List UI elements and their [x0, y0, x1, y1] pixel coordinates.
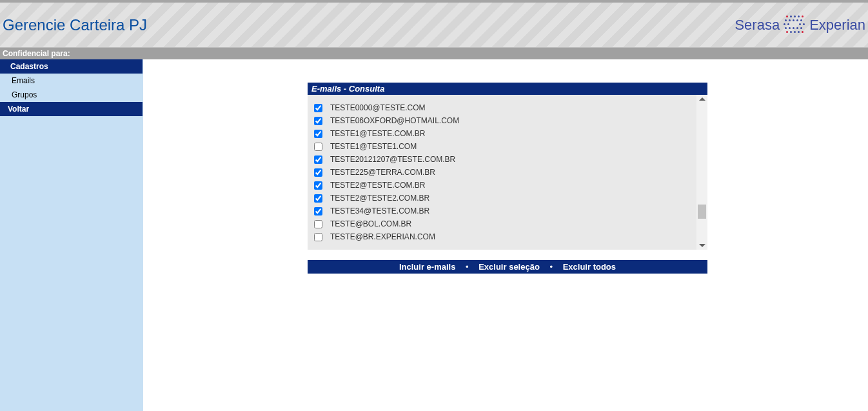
email-address: TESTE1@TESTE1.COM — [330, 142, 417, 151]
email-checkbox[interactable] — [314, 194, 322, 203]
panel-title: E-mails - Consulta — [308, 83, 707, 95]
email-checkbox[interactable] — [314, 117, 322, 125]
sidebar-item-label: Voltar — [8, 105, 29, 114]
actions-gap — [308, 250, 707, 260]
email-row: TESTE20121207@TESTE.COM.BR — [314, 153, 690, 166]
sidebar-item-label: Grupos — [12, 90, 37, 99]
email-checkbox[interactable] — [314, 143, 322, 151]
sidebar-item-grupos[interactable]: Grupos — [0, 88, 143, 102]
header-bar: Gerencie Carteira PJ Serasa — [0, 3, 868, 48]
email-address: TESTE34@TESTE.COM.BR — [330, 206, 429, 216]
email-checkbox[interactable] — [314, 155, 322, 164]
email-list: TESTE0000@TESTE.COMTESTE06OXFORD@HOTMAIL… — [308, 95, 696, 250]
email-address: TESTE1@TESTE.COM.BR — [330, 129, 426, 138]
emails-panel: E-mails - Consulta TESTE0000@TESTE.COMTE… — [308, 83, 707, 274]
email-address: TESTE@BR.EXPERIAN.COM — [330, 232, 435, 241]
email-address: TESTE2@TESTE2.COM.BR — [330, 194, 429, 203]
email-row: TESTE@BR.EXPERIAN.COM — [314, 230, 690, 243]
logo-dots-icon — [784, 14, 805, 36]
content-area: E-mails - Consulta TESTE0000@TESTE.COMTE… — [143, 59, 868, 411]
scrollbar — [696, 95, 707, 250]
confidential-label: Confidencial para: — [3, 49, 70, 58]
email-row: TESTE225@TERRA.COM.BR — [314, 166, 690, 179]
actions-bar: Incluir e-mails • Excluir seleção • Excl… — [308, 260, 707, 274]
logo-text-experian: Experian — [809, 17, 865, 34]
logo-text-serasa: Serasa — [735, 17, 780, 34]
email-address: TESTE06OXFORD@HOTMAIL.COM — [330, 116, 459, 125]
email-list-container: TESTE0000@TESTE.COMTESTE06OXFORD@HOTMAIL… — [308, 95, 707, 250]
email-row: TESTE2@TESTE.COM.BR — [314, 179, 690, 192]
layout: Cadastros Emails Grupos Voltar E-mails -… — [0, 59, 868, 411]
page-title: Gerencie Carteira PJ — [3, 16, 147, 34]
email-checkbox[interactable] — [314, 207, 322, 216]
email-row: TESTE06OXFORD@HOTMAIL.COM — [314, 114, 690, 127]
action-include-emails[interactable]: Incluir e-mails — [399, 262, 455, 272]
sidebar: Cadastros Emails Grupos Voltar — [0, 59, 143, 411]
action-exclude-all[interactable]: Excluir todos — [563, 262, 616, 272]
email-checkbox[interactable] — [314, 233, 322, 241]
separator-dot-icon: • — [549, 262, 553, 272]
email-address: TESTE@BOL.COM.BR — [330, 219, 411, 228]
email-checkbox[interactable] — [314, 130, 322, 138]
email-checkbox[interactable] — [314, 220, 322, 228]
action-exclude-selection[interactable]: Excluir seleção — [478, 262, 540, 272]
sidebar-item-cadastros[interactable]: Cadastros — [0, 59, 143, 74]
scroll-arrow-up-icon[interactable] — [699, 97, 705, 101]
email-address: TESTE2@TESTE.COM.BR — [330, 181, 426, 190]
sidebar-item-label: Cadastros — [10, 62, 48, 71]
sidebar-item-voltar[interactable]: Voltar — [0, 102, 143, 116]
email-checkbox[interactable] — [314, 181, 322, 190]
email-address: TESTE20121207@TESTE.COM.BR — [330, 155, 455, 164]
email-address: TESTE0000@TESTE.COM — [330, 103, 426, 112]
email-row: TESTE@BOL.COM.BR — [314, 217, 690, 230]
email-row: TESTE2@TESTE2.COM.BR — [314, 192, 690, 205]
separator-dot-icon: • — [466, 262, 469, 272]
brand-logo: Serasa Experian — [735, 14, 865, 36]
email-address: TESTE225@TERRA.COM.BR — [330, 168, 435, 177]
email-checkbox[interactable] — [314, 168, 322, 177]
sidebar-item-label: Emails — [12, 76, 35, 85]
email-row: TESTE1@TESTE1.COM — [314, 140, 690, 153]
email-row: TESTE1@TESTE.COM.BR — [314, 127, 690, 140]
email-row: TESTE34@TESTE.COM.BR — [314, 205, 690, 217]
email-row: TESTE0000@TESTE.COM — [314, 101, 690, 114]
scroll-thumb[interactable] — [698, 205, 706, 219]
email-checkbox[interactable] — [314, 104, 322, 112]
confidential-bar: Confidencial para: — [0, 48, 868, 59]
scroll-arrow-down-icon[interactable] — [699, 244, 705, 247]
sidebar-item-emails[interactable]: Emails — [0, 74, 143, 88]
